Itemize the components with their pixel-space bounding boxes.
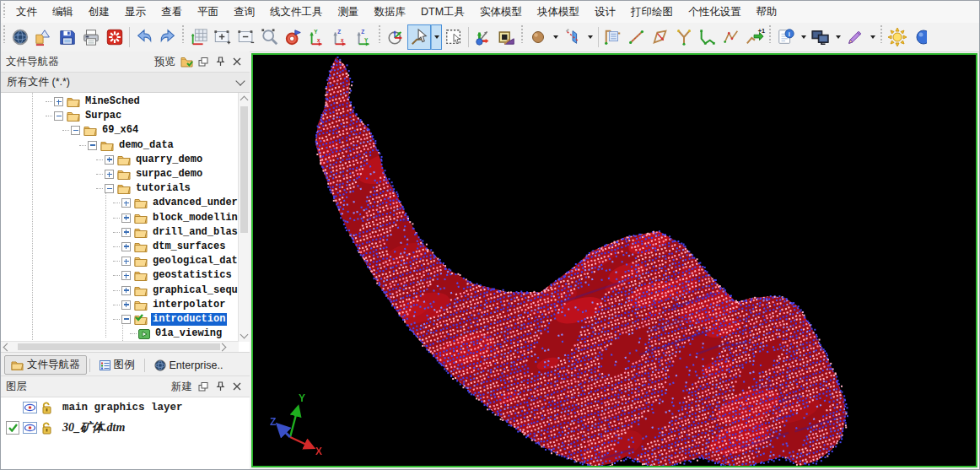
menu-item-7[interactable]: 查询 — [226, 2, 262, 23]
toolbar-grip[interactable] — [768, 24, 773, 43]
tree-item-69_x64[interactable]: 69_x64 — [62, 123, 239, 138]
reset-graphics-button[interactable] — [103, 24, 127, 50]
float-panel-icon[interactable] — [196, 379, 211, 394]
green-polyline-button[interactable] — [696, 24, 719, 50]
scrollbar-thumb[interactable] — [240, 106, 248, 233]
tree-item-dtm_surfaces[interactable]: dtm_surfaces — [113, 240, 239, 254]
axis-section-zx-button[interactable]: Zx — [329, 24, 353, 50]
preview-label[interactable]: 预览 — [154, 55, 175, 69]
dashed-string-button[interactable] — [719, 24, 743, 50]
menu-item-12[interactable]: 实体模型 — [472, 2, 530, 23]
menu-item-13[interactable]: 块体模型 — [530, 2, 587, 23]
tree-item-label[interactable]: geostatistics — [151, 269, 234, 282]
info-document-button[interactable]: i — [774, 24, 798, 50]
sun-lighting-button[interactable] — [886, 24, 909, 50]
tree-item-introduction[interactable]: introduction — [113, 312, 239, 327]
menu-item-14[interactable]: 设计 — [587, 2, 623, 23]
expand-icon[interactable] — [105, 170, 114, 179]
tree-item-graphical_seque[interactable]: graphical_seque — [113, 283, 239, 297]
collapse-icon[interactable] — [121, 315, 131, 324]
branch-strings-button[interactable] — [672, 24, 696, 50]
menu-item-5[interactable]: 查看 — [153, 2, 190, 23]
tree-item-label[interactable]: tutorials — [134, 182, 192, 195]
tree-item-MineSched[interactable]: MineSched — [46, 95, 239, 109]
tree-item-label[interactable]: block_modelling — [151, 212, 239, 224]
tree-item-interpolator[interactable]: interpolator — [113, 298, 239, 312]
collapse-icon[interactable] — [54, 111, 63, 121]
tree-item-label[interactable]: 69_x64 — [100, 124, 140, 137]
layer-row-1[interactable]: main graphics layer — [1, 397, 250, 418]
pin-icon[interactable] — [213, 379, 228, 394]
tree-horizontal-scrollbar[interactable] — [1, 341, 239, 352]
tree-item-label[interactable]: 01a_viewing — [153, 327, 223, 340]
expand-icon[interactable] — [121, 213, 131, 223]
layer-name[interactable]: 30_矿体.dtm — [62, 420, 125, 435]
tree-item-quarry_demo[interactable]: quarry_demo — [96, 153, 239, 167]
undo-button[interactable] — [132, 24, 156, 50]
menu-item-9[interactable]: 测量 — [331, 2, 367, 23]
tree-item-Surpac[interactable]: Surpac — [46, 109, 239, 123]
tab-图例[interactable]: 图例 — [93, 355, 142, 375]
tree-item-tutorials[interactable]: tutorials — [96, 181, 239, 196]
zoom-window-button[interactable] — [258, 24, 282, 50]
unlock-icon[interactable] — [40, 402, 52, 414]
scroll-down-icon[interactable] — [240, 331, 249, 339]
tree-item-geological_dat[interactable]: geological_dat — [113, 254, 239, 268]
point-sphere-button[interactable] — [526, 24, 550, 50]
tree-item-label[interactable]: dtm_surfaces — [151, 240, 227, 253]
new-layer-button[interactable]: 新建 — [171, 380, 192, 394]
zoom-out-button[interactable] — [234, 24, 258, 50]
tree-item-geostatistics[interactable]: geostatistics — [113, 268, 239, 283]
collapse-icon[interactable] — [71, 126, 80, 135]
menu-item-11[interactable]: DTM工具 — [413, 2, 472, 23]
pick-tool-dropdown-button[interactable] — [431, 24, 442, 50]
tree-item-label[interactable]: MineSched — [83, 95, 142, 108]
expand-icon[interactable] — [121, 257, 131, 266]
monitors-button[interactable] — [809, 24, 832, 50]
tree-item-demo_data[interactable]: demo_data — [79, 138, 239, 153]
point-sphere-dropdown-button[interactable] — [550, 24, 561, 50]
tree-item-label[interactable]: Surpac — [83, 110, 123, 122]
tree-item-block_modelling[interactable]: block_modelling — [113, 211, 239, 225]
menubar-grip[interactable] — [3, 3, 7, 18]
tree-item-label[interactable]: interpolator — [151, 299, 227, 311]
float-panel-icon[interactable] — [196, 54, 211, 69]
zoom-in-button[interactable] — [211, 24, 234, 50]
menu-item-1[interactable]: 文件 — [8, 2, 45, 23]
pick-tool-button[interactable] — [407, 24, 431, 50]
scrollbar-thumb[interactable] — [18, 343, 220, 350]
menu-item-16[interactable]: 个性化设置 — [681, 2, 749, 23]
menu-item-17[interactable]: 帮助 — [749, 2, 785, 23]
layers-window-button[interactable] — [495, 24, 519, 50]
clip-plane-dropdown-button[interactable] — [584, 24, 595, 50]
tree-item-01a_viewing[interactable]: 01a_viewing — [130, 327, 239, 341]
axes-3d-button[interactable] — [471, 24, 495, 50]
pencil-button[interactable] — [843, 24, 867, 50]
expand-icon[interactable] — [54, 97, 63, 106]
tree-item-label[interactable]: introduction — [151, 313, 227, 326]
close-icon[interactable] — [229, 379, 245, 394]
layer-row-2[interactable]: 30_矿体.dtm — [1, 418, 250, 438]
layer-name[interactable]: main graphics layer — [62, 402, 183, 413]
sphere-clipped-button[interactable] — [909, 24, 933, 50]
tree-item-label[interactable]: surpac_demo — [134, 168, 204, 181]
dtm-surface-canvas[interactable] — [253, 55, 976, 466]
pin-icon[interactable] — [213, 54, 228, 69]
toolbar-grip[interactable] — [520, 24, 525, 43]
menu-item-8[interactable]: 线文件工具 — [262, 2, 331, 23]
save-button[interactable] — [56, 24, 79, 50]
toolbar-grip[interactable] — [378, 24, 382, 43]
monitors-dropdown-button[interactable] — [832, 24, 843, 50]
toolbar-grip[interactable] — [181, 24, 186, 43]
collapse-icon[interactable] — [88, 141, 97, 150]
active-layer-checkbox[interactable] — [6, 421, 19, 435]
menu-item-10[interactable]: 数据库 — [367, 2, 414, 23]
tree-item-advanced_underg[interactable]: advanced_underg — [113, 196, 239, 210]
tab-Enterprise..[interactable]: Enterprise.. — [148, 357, 230, 374]
select-box-button[interactable] — [442, 24, 466, 50]
toolbar-grip[interactable] — [3, 24, 7, 43]
tree-item-surpac_demo[interactable]: surpac_demo — [96, 167, 239, 181]
print-button[interactable] — [79, 24, 103, 50]
expand-icon[interactable] — [121, 300, 131, 310]
menu-item-15[interactable]: 打印绘图 — [623, 2, 681, 23]
